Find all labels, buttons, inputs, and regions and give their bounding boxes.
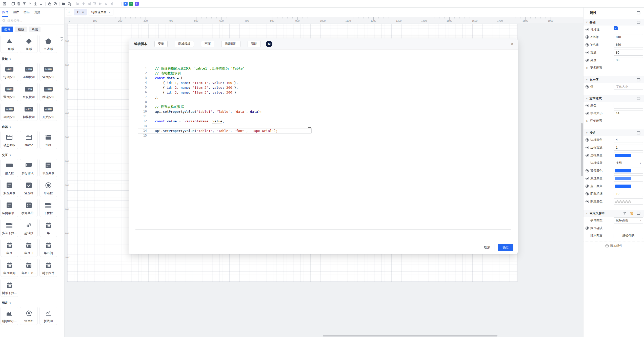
align-top-icon[interactable] <box>93 2 97 6</box>
binding-icon[interactable] <box>586 138 589 142</box>
component-多行输入...[interactable]: 多行输入... <box>20 159 38 177</box>
panel-tab-资源[interactable]: 资源 <box>34 8 40 17</box>
component-横向菜单...[interactable]: 横向菜单... <box>20 199 38 217</box>
color-点击颜色[interactable] <box>614 183 643 189</box>
binding-icon[interactable] <box>586 169 589 172</box>
close-tab-icon[interactable]: ✕ <box>82 11 84 14</box>
input-宽度[interactable]: 80 <box>614 50 643 56</box>
component-弹框[interactable]: 弹框 <box>39 131 57 149</box>
component-切换按钮[interactable]: ⇌BTN切换按钮 <box>20 103 38 121</box>
component-年月区间[interactable]: 年月区间 <box>1 259 18 277</box>
input-高度[interactable]: 38 <box>614 57 643 63</box>
add-component-button[interactable]: 添加组件 <box>583 241 644 250</box>
component-置位按钮[interactable]: SBTN置位按钮 <box>1 83 18 101</box>
bring-to-front-icon[interactable] <box>22 2 26 6</box>
property-group-基础[interactable]: ∨基础 <box>583 19 644 26</box>
color-边框颜色[interactable] <box>614 152 643 158</box>
save-icon[interactable] <box>3 2 7 6</box>
component-超链接[interactable]: 超链接 <box>20 219 38 237</box>
color-阴影颜色[interactable] <box>614 198 643 205</box>
component-雷达图[interactable]: 雷达图 <box>20 307 38 325</box>
property-group-按钮[interactable]: ∨按钮 <box>583 129 644 136</box>
dialog-button-帮助[interactable]: 帮助 <box>248 41 261 47</box>
component-年月日[interactable]: 年月日 <box>20 239 38 257</box>
binding-icon[interactable] <box>586 28 589 31</box>
hide-icon[interactable] <box>53 2 57 6</box>
cancel-button[interactable]: 取消 <box>480 244 494 251</box>
binding-icon[interactable] <box>586 35 589 39</box>
collapse-group-icon[interactable] <box>637 78 640 82</box>
page-tab-待跳转页面[interactable]: 待跳转页面✕ <box>89 9 113 15</box>
binding-icon[interactable] <box>586 227 589 230</box>
duplicate-icon[interactable] <box>11 2 15 6</box>
component-跳转按钮[interactable]: ↗BTN跳转按钮 <box>39 83 57 101</box>
trash-icon[interactable] <box>630 211 634 215</box>
ok-button[interactable]: 确定 <box>498 244 513 251</box>
close-tab-icon[interactable]: ✕ <box>109 11 111 14</box>
align-center-v-icon[interactable] <box>82 2 86 6</box>
select-事件类型[interactable]: 鼠标点击∨ <box>614 217 643 223</box>
input-边框宽度[interactable]: 1 <box>614 145 643 151</box>
input-Y坐标[interactable]: 660 <box>614 42 643 48</box>
move-up-icon[interactable] <box>28 2 32 6</box>
panel-tab-图层[interactable]: 图层 <box>24 8 30 17</box>
component-年[interactable]: 年 <box>39 219 57 237</box>
component-菱形[interactable]: 菱形 <box>20 35 38 53</box>
binding-icon[interactable] <box>586 104 589 107</box>
component-复选框[interactable]: 复选框 <box>20 179 38 197</box>
lock-icon[interactable] <box>48 2 52 6</box>
dialog-button-画面[interactable]: 画面 <box>201 41 214 47</box>
component-单选列表[interactable]: 单选列表 <box>39 159 57 177</box>
swap-icon[interactable] <box>623 211 627 215</box>
binding-icon[interactable] <box>586 192 589 195</box>
component-多选列表[interactable]: 多选列表 <box>1 179 18 197</box>
page-tab-11[interactable]: 11✕ <box>74 9 87 15</box>
collapse-group-icon[interactable] <box>637 131 640 135</box>
collapse-panel-icon[interactable] <box>637 11 640 15</box>
collapse-group-icon[interactable] <box>637 20 640 24</box>
panel-tab-控件[interactable]: 控件 <box>2 8 8 17</box>
add-page-button[interactable]: + <box>66 9 72 15</box>
checkbox-可见性[interactable]: ✓ <box>614 26 618 30</box>
component-年月[interactable]: 年月 <box>1 239 18 257</box>
search-input[interactable]: 搜索控件... <box>0 17 64 25</box>
horizontal-scrollbar[interactable] <box>323 335 497 336</box>
property-group-文本样式[interactable]: ∨文本样式 <box>583 95 644 102</box>
component-下拉框[interactable]: 下拉框 <box>39 199 57 217</box>
input-颜色[interactable] <box>614 103 643 109</box>
component-开关按钮[interactable]: ⇌BTN开关按钮 <box>39 103 57 121</box>
select-边框线条[interactable]: 实线∨ <box>614 160 643 166</box>
component-输入框[interactable]: 输入框 <box>1 159 18 177</box>
input-X坐标[interactable]: 810 <box>614 34 643 40</box>
binding-icon[interactable] <box>586 146 589 149</box>
input-字体大小[interactable]: 14 <box>614 110 643 116</box>
color-划过颜色[interactable] <box>614 175 643 182</box>
binding-icon[interactable] <box>586 59 589 62</box>
dialog-button-变量[interactable]: 变量 <box>154 41 168 47</box>
input-边框圆角[interactable]: 4 <box>614 137 643 143</box>
align-center-h-icon[interactable] <box>98 2 102 6</box>
binding-icon[interactable] <box>586 112 589 115</box>
panel-tab-图库[interactable]: 图库 <box>13 8 19 17</box>
checkbox-操作确认[interactable] <box>614 225 614 230</box>
property-group-自定义脚本[interactable]: ∨自定义脚本 <box>583 210 644 217</box>
component-精致面积...[interactable]: 精致面积... <box>1 307 18 325</box>
panel-collapse-handle[interactable] <box>61 37 63 41</box>
send-to-back-icon[interactable] <box>33 2 37 6</box>
component-五边形[interactable]: 五边形 <box>39 35 57 53</box>
collapse-group-icon[interactable] <box>637 97 640 100</box>
align-bottom-icon[interactable] <box>104 2 108 6</box>
property-group-文本值[interactable]: ∨文本值 <box>583 76 644 83</box>
color-背景颜色[interactable] <box>614 168 643 174</box>
component-竖向菜单...[interactable]: 竖向菜单... <box>1 199 18 217</box>
component-显隐按钮[interactable]: ≋BTN显隐按钮 <box>1 103 18 121</box>
component-年区间[interactable]: 年区间 <box>39 239 57 257</box>
ai-assistant-badge[interactable]: N <box>266 41 272 47</box>
expander-更多配置[interactable]: ▶更多配置 <box>583 64 644 72</box>
filter-商城[interactable]: 商城 <box>29 27 41 32</box>
filter-控件[interactable]: 控件 <box>2 27 13 32</box>
component-折线图[interactable]: 折线图 <box>39 307 57 325</box>
history-icon[interactable] <box>67 2 71 6</box>
delete-icon[interactable] <box>17 2 21 6</box>
section-header-交互[interactable]: 交互▼ <box>1 151 64 159</box>
